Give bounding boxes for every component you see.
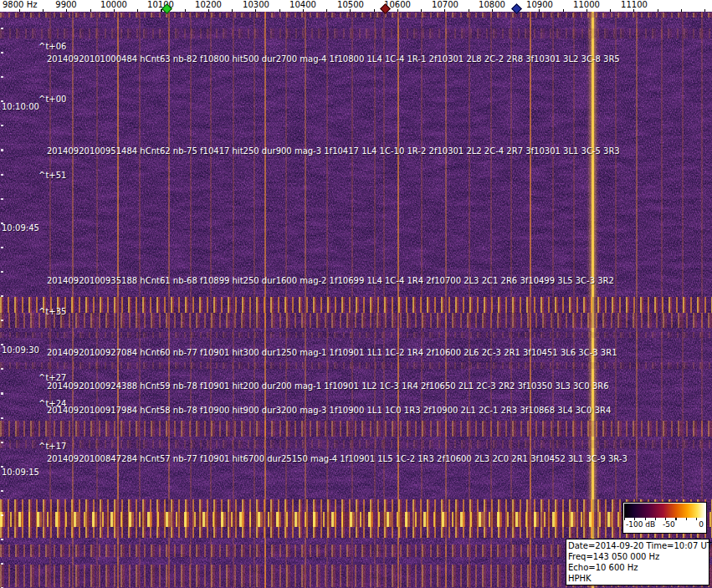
time-label: 10:09:45 [2, 223, 39, 233]
detection-log-line: 20140920100927084 hCnt60 nb-77 f10901 hi… [47, 348, 617, 358]
freq-label: 10200 [195, 0, 222, 10]
detection-log-line: 20140920100924388 hCnt59 nb-78 f10901 hi… [47, 381, 609, 391]
freq-label: 10700 [432, 0, 458, 10]
echo-band [0, 421, 712, 437]
db-gradient-bar [624, 504, 705, 518]
echo-band [0, 362, 712, 369]
freq-label: 10400 [289, 0, 316, 10]
echo-band [0, 440, 712, 448]
freq-label: 10000 [100, 0, 127, 10]
time-label: 10:10:00 [2, 102, 39, 112]
frequency-ruler: 9800 Hz 9900 10000 10100 10200 10300 104… [0, 0, 712, 12]
detection-log-line: 20140920101000484 hCnt63 nb-82 f10800 hi… [47, 54, 620, 64]
info-line-echo: Echo=10 600 Hz [568, 562, 707, 573]
db-color-scale: -100 dB -50 0 [622, 502, 707, 534]
freq-label: 10900 [526, 0, 553, 10]
info-line-station-id: HPHK [568, 573, 707, 584]
freq-label: 10500 [337, 0, 364, 10]
time-marker-label: ^t+51 [38, 171, 66, 181]
time-marker-label: ^t+35 [38, 307, 66, 317]
freq-label: 11000 [573, 0, 600, 10]
time-marker-label: ^t+17 [38, 442, 66, 452]
detection-log-line: 20140920100847284 hCnt57 nb-77 f10901 hi… [47, 454, 627, 464]
echo-band [0, 13, 712, 18]
freq-label: 10300 [243, 0, 269, 10]
echo-band [0, 28, 712, 38]
detection-log-line: 20140920100951484 hCnt62 nb-75 f10417 hi… [47, 146, 620, 156]
db-scale-label-max: 0 [699, 520, 704, 529]
status-info-box: Date=2014-09-20 Time=10:07 UTC Freq=143 … [566, 539, 709, 585]
echo-band [0, 332, 712, 338]
detection-log-line: 20140920100917984 hCnt58 nb-78 f10900 hi… [47, 406, 611, 416]
time-label: 10:09:15 [2, 468, 39, 478]
db-scale-labels: -100 dB -50 0 [624, 520, 705, 531]
time-label: 10:09:30 [2, 345, 39, 355]
echo-band [0, 297, 712, 313]
freq-label: 10800 [479, 0, 505, 10]
detection-log-line: 20140920100935188 hCnt61 nb-68 f10899 hi… [47, 276, 614, 286]
time-marker-label: ^t+06 [38, 42, 66, 52]
info-line-date-time: Date=2014-09-20 Time=10:07 UTC [568, 540, 707, 551]
db-scale-label-mid: -50 [663, 520, 675, 529]
freq-label: 11100 [621, 0, 648, 10]
echo-band [0, 313, 712, 328]
echo-band-bright [0, 512, 712, 527]
freq-label: 9800 Hz [3, 0, 37, 10]
time-marker-label: ^t+00 [38, 95, 66, 105]
spectrogram-app-window: 9800 Hz 9900 10000 10100 10200 10300 104… [0, 0, 712, 588]
info-line-frequency: Freq=143 050 000 Hz [568, 551, 707, 562]
spectrogram-display: 10:10:00 10:09:45 10:09:30 10:09:15 ^t+0… [0, 12, 712, 588]
db-scale-label-min: -100 dB [626, 520, 655, 529]
freq-label: 9900 [55, 0, 76, 10]
